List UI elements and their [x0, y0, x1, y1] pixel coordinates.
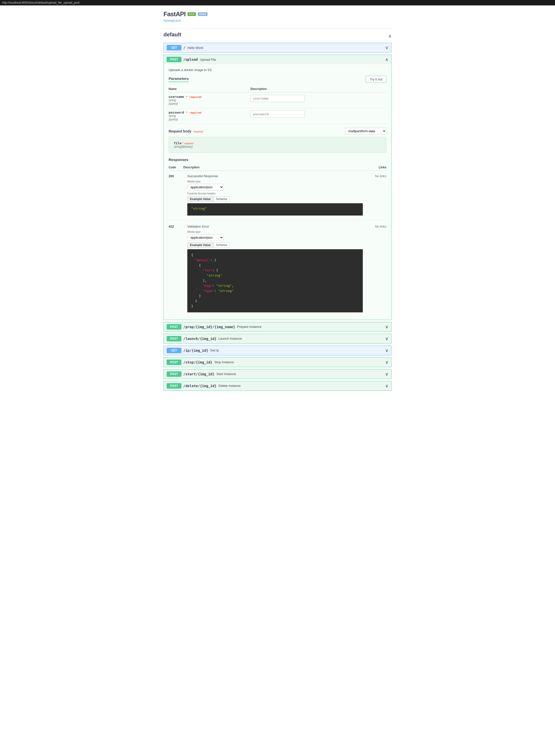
request-body-title: Request body required — [169, 129, 203, 133]
media-type-label-422: Media type — [187, 230, 363, 233]
endpoint-post-upload-header[interactable]: POST /upload Upload File ∧ — [164, 55, 391, 64]
col-desc: Description — [251, 86, 386, 92]
param-name-username: username * required — [169, 95, 251, 98]
endpoint-post-prep-header[interactable]: POST /prep/{img_id}/{img_name} Prepare I… — [164, 322, 391, 331]
chevron-down-icon-start: ∨ — [385, 371, 388, 377]
chevron-down-icon-launch: ∨ — [385, 336, 388, 341]
method-badge-post: POST — [167, 57, 181, 62]
upload-description: Uploads a docker image to S3 — [169, 68, 386, 72]
responses-table: Code Description Links 200 Successful Re… — [169, 164, 386, 316]
endpoint-summary-prep: Prepare Instance — [237, 325, 261, 328]
chevron-down-icon-prep: ∨ — [385, 324, 388, 329]
method-badge-prep: POST — [167, 324, 181, 329]
params-title: Parameters — [169, 77, 189, 82]
endpoint-path-stop: /stop/{img_id} — [183, 360, 212, 364]
endpoint-path-launch: /launch/{img_id} — [183, 337, 217, 341]
responses-title: Responses — [169, 158, 386, 162]
endpoint-post-prep: POST /prep/{img_id}/{img_name} Prepare I… — [164, 322, 391, 332]
accept-note-200: Controls Accept header. — [187, 192, 363, 195]
openapi-link[interactable]: /openapi.json — [164, 19, 391, 23]
method-badge-stop: POST — [167, 360, 181, 365]
file-param-section: file * required string($binary) — [169, 137, 386, 152]
media-type-select-422[interactable]: application/json — [187, 234, 224, 241]
col-name: Name — [169, 86, 251, 92]
endpoint-path-ip: /ip/{img_id} — [183, 349, 208, 352]
endpoint-post-start: POST /start/{img_id} Start Instance ∨ — [164, 369, 391, 379]
app-header: FastAPI 0.1.0 OAS3 — [164, 10, 391, 18]
code-block-200: "string" — [187, 203, 363, 216]
content-type-select[interactable]: multipart/form-data — [345, 128, 386, 134]
resp-code-422: 422 — [169, 221, 183, 316]
endpoint-path-delete: /delete/{img_id} — [183, 384, 217, 388]
top-bar: http://localhost:8000/docs#/default/uplo… — [0, 0, 555, 5]
endpoint-path-upload: /upload — [183, 57, 198, 61]
endpoint-post-stop: POST /stop/{img_id} Stop Instance ∨ — [164, 357, 391, 367]
version-badge: 0.1.0 — [187, 12, 196, 16]
endpoint-get-ip: GET /ip/{img_id} Get Ip ∨ — [164, 346, 391, 355]
endpoint-summary: Hello Word — [187, 46, 203, 50]
method-badge-ip: GET — [167, 348, 181, 353]
schema-tab-422[interactable]: Schema — [213, 242, 229, 248]
col-code: Code — [169, 164, 183, 171]
endpoint-post-delete: POST /delete/{img_id} Delete Instance ∨ — [164, 381, 391, 391]
param-type-password: string — [169, 114, 251, 118]
media-type-select-200[interactable]: application/json — [187, 184, 224, 190]
param-row-password: password * required string (query) — [169, 108, 386, 124]
chevron-down-icon-ip: ∨ — [385, 348, 388, 353]
file-param-name: file * required — [174, 141, 381, 145]
endpoint-post-launch: POST /launch/{img_id} Launch Instance ∨ — [164, 334, 391, 344]
response-row-200: 200 Successful Response Media type appli… — [169, 171, 386, 219]
upload-expanded-body: Uploads a docker image to S3 Parameters … — [164, 64, 391, 320]
username-input[interactable] — [251, 95, 304, 102]
method-badge-get: GET — [167, 45, 181, 50]
endpoint-post-delete-header[interactable]: POST /delete/{img_id} Delete Instance ∨ — [164, 381, 391, 391]
example-value-tab-200[interactable]: Example Value — [187, 196, 213, 202]
param-meta-password: (query) — [169, 118, 251, 121]
resp-description-text-422: Validation Error — [187, 225, 363, 228]
password-input[interactable] — [251, 110, 304, 118]
chevron-up-icon: ∧ — [385, 57, 388, 62]
col-desc: Description — [183, 164, 367, 171]
resp-code-200: 200 — [169, 171, 183, 219]
endpoint-post-upload: POST /upload Upload File ∧ Uploads a doc… — [164, 54, 391, 320]
resp-links-200: No links — [367, 171, 386, 219]
example-tabs-422: Example Value Schema — [187, 242, 363, 248]
oas-badge: OAS3 — [198, 12, 207, 16]
param-name-password: password * required — [169, 110, 251, 114]
endpoint-get-root: GET / Hello Word ∨ — [164, 43, 391, 53]
endpoint-summary-upload: Upload File — [200, 58, 216, 61]
chevron-down-icon-delete: ∨ — [385, 383, 388, 389]
other-endpoints: POST /prep/{img_id}/{img_name} Prepare I… — [164, 322, 391, 391]
endpoint-post-start-header[interactable]: POST /start/{img_id} Start Instance ∨ — [164, 369, 391, 379]
endpoint-summary-stop: Stop Instance — [214, 360, 234, 364]
request-body-header: Request body required multipart/form-dat… — [169, 128, 386, 134]
chevron-down-icon: ∨ — [385, 45, 388, 50]
url-display: http://localhost:8000/docs#/default/uplo… — [2, 1, 80, 4]
endpoint-post-launch-header[interactable]: POST /launch/{img_id} Launch Instance ∨ — [164, 334, 391, 343]
method-badge-start: POST — [167, 371, 181, 377]
method-badge-launch: POST — [167, 336, 181, 341]
endpoint-path-prep: /prep/{img_id}/{img_name} — [183, 325, 235, 329]
col-links: Links — [367, 164, 386, 171]
response-row-422: 422 Validation Error Media type applicat… — [169, 221, 386, 316]
params-header: Parameters Try it out — [169, 76, 386, 83]
endpoint-post-stop-header[interactable]: POST /stop/{img_id} Stop Instance ∨ — [164, 358, 391, 367]
file-param-type: string($binary) — [174, 145, 381, 148]
code-block-422: { "detail": [ { "loc": [ "string" ], "ms… — [187, 249, 363, 312]
example-tabs-200: Example Value Schema — [187, 196, 363, 202]
chevron-down-icon-stop: ∨ — [385, 360, 388, 365]
try-it-out-button[interactable]: Try it out — [366, 76, 386, 83]
resp-desc-200: Successful Response Media type applicati… — [183, 171, 367, 219]
endpoint-get-root-header[interactable]: GET / Hello Word ∨ — [164, 43, 391, 52]
method-badge-delete: POST — [167, 383, 181, 389]
section-title: default — [164, 32, 181, 38]
resp-desc-422: Validation Error Media type application/… — [183, 221, 367, 316]
params-table: Name Description username * required str… — [169, 86, 386, 124]
resp-description-text-200: Successful Response — [187, 174, 363, 178]
endpoint-path: / — [183, 46, 185, 50]
example-value-tab-422[interactable]: Example Value — [187, 242, 213, 248]
request-body-section: Request body required multipart/form-dat… — [169, 128, 386, 152]
section-collapse-icon[interactable]: ∧ — [388, 34, 391, 39]
endpoint-get-ip-header[interactable]: GET /ip/{img_id} Get Ip ∨ — [164, 346, 391, 355]
schema-tab-200[interactable]: Schema — [213, 196, 229, 202]
